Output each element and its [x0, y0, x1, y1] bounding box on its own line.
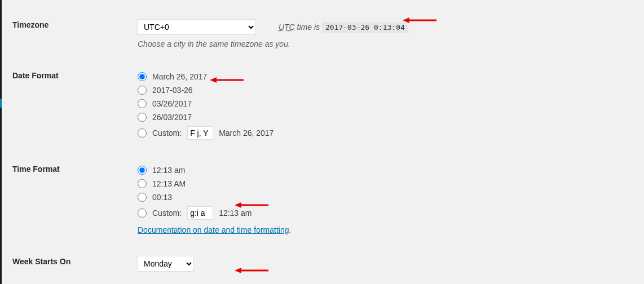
- week-starts-label: Week Starts On: [12, 251, 136, 284]
- timezone-select[interactable]: UTC+0: [138, 19, 256, 35]
- time-format-radio-3[interactable]: [138, 193, 147, 202]
- date-format-opt-4: 26/03/2017: [152, 113, 192, 122]
- date-format-custom-label: Custom:: [152, 128, 182, 137]
- week-starts-select[interactable]: Monday: [138, 256, 194, 272]
- date-format-custom-input[interactable]: [187, 126, 213, 140]
- date-format-opt-1: March 26, 2017: [152, 72, 207, 81]
- date-format-custom-example: March 26, 2017: [219, 128, 274, 137]
- time-format-radio-custom[interactable]: [138, 208, 147, 218]
- time-format-label: Time Format: [12, 159, 136, 250]
- utc-time-value: 2017-03-26 0:13:04: [322, 22, 408, 33]
- left-border: [0, 0, 2, 284]
- timezone-description: Choose a city in the same timezone as yo…: [138, 39, 408, 48]
- doc-link-period: .: [289, 225, 292, 234]
- date-format-radio-3[interactable]: [138, 99, 147, 108]
- blue-indicator: [0, 99, 2, 108]
- time-format-options: 12:13 am 12:13 AM 00:13 Custom: 12: [138, 163, 408, 234]
- date-format-options: March 26, 2017 2017-03-26 03/26/2017 26/…: [138, 70, 408, 142]
- time-format-opt-3: 00:13: [152, 193, 172, 202]
- utc-time-display: UTC time is 2017-03-26 0:13:04: [279, 23, 408, 32]
- time-is-text: time is: [295, 23, 322, 32]
- time-format-radio-2[interactable]: [138, 179, 147, 188]
- time-format-custom-example: 12:13 am: [219, 208, 252, 218]
- date-format-radio-4[interactable]: [138, 113, 147, 122]
- time-format-custom-label: Custom:: [152, 208, 182, 218]
- date-format-label: Date Format: [12, 65, 136, 158]
- settings-form: Timezone UTC+0 UTC time is 2017-03-26 0:…: [0, 0, 644, 284]
- date-format-radio-custom[interactable]: [138, 128, 147, 137]
- time-format-radio-1[interactable]: [138, 166, 147, 175]
- date-format-opt-2: 2017-03-26: [152, 86, 193, 95]
- time-format-opt-2: 12:13 AM: [152, 179, 186, 188]
- time-format-custom-input[interactable]: [187, 206, 213, 220]
- date-format-radio-2[interactable]: [138, 86, 147, 95]
- doc-link[interactable]: Documentation on date and time formattin…: [138, 225, 289, 234]
- date-format-opt-3: 03/26/2017: [152, 99, 192, 108]
- timezone-label: Timezone: [12, 15, 136, 64]
- date-format-radio-1[interactable]: [138, 72, 147, 81]
- utc-abbr: UTC: [279, 23, 295, 32]
- time-format-opt-1: 12:13 am: [152, 166, 185, 175]
